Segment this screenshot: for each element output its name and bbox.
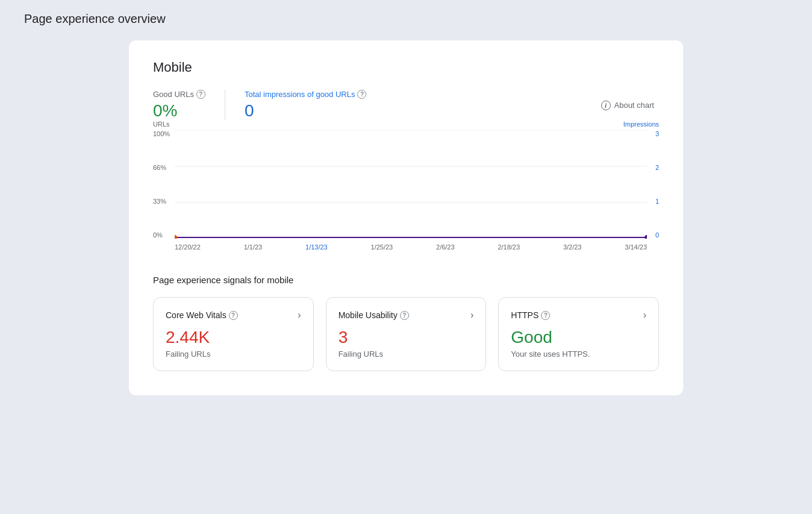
y-label-100: 100% — [153, 130, 170, 137]
core-web-vitals-title: Core Web Vitals ? — [166, 310, 238, 320]
total-impressions-help-icon[interactable]: ? — [357, 90, 366, 99]
https-chevron: › — [643, 310, 646, 321]
mobile-usability-chevron: › — [470, 310, 473, 321]
about-chart-button[interactable]: i About chart — [596, 98, 660, 113]
https-card[interactable]: HTTPS ? › Good Your site uses HTTPS. — [498, 297, 659, 371]
x-label-4: 2/6/23 — [436, 243, 455, 251]
x-label-0: 12/20/22 — [175, 243, 201, 251]
core-web-vitals-chevron: › — [298, 310, 301, 321]
y-label-r0: 0 — [655, 231, 659, 239]
chart-right-axis-label: Impressions — [623, 121, 659, 128]
mobile-usability-help-icon[interactable]: ? — [400, 311, 409, 320]
y-label-66: 66% — [153, 164, 170, 171]
main-card: Mobile Good URLs ? 0% Total impressions … — [129, 40, 683, 395]
good-urls-help-icon[interactable]: ? — [196, 90, 205, 99]
x-label-3: 1/25/23 — [371, 243, 393, 251]
y-label-33: 33% — [153, 198, 170, 205]
x-label-6: 3/2/23 — [563, 243, 582, 251]
https-title: HTTPS ? — [511, 310, 550, 320]
signals-section: Page experience signals for mobile Core … — [153, 275, 659, 371]
mobile-usability-sub: Failing URLs — [339, 349, 474, 359]
core-web-vitals-card[interactable]: Core Web Vitals ? › 2.44K Failing URLs — [153, 297, 314, 371]
x-label-5: 2/18/23 — [498, 243, 520, 251]
x-label-2: 1/13/23 — [305, 243, 328, 251]
y-label-r1: 1 — [655, 198, 659, 205]
good-urls-value: 0% — [153, 101, 205, 121]
page-title: Page experience overview — [18, 12, 794, 26]
about-chart-label: About chart — [614, 101, 655, 110]
y-label-r3: 3 — [655, 130, 659, 137]
x-label-1: 1/1/23 — [244, 243, 263, 251]
mobile-usability-title: Mobile Usability ? — [339, 310, 409, 320]
signals-title: Page experience signals for mobile — [153, 275, 659, 285]
core-web-vitals-value: 2.44K — [166, 328, 301, 347]
core-web-vitals-sub: Failing URLs — [166, 349, 301, 359]
total-impressions-metric: Total impressions of good URLs ? 0 — [225, 90, 386, 121]
chart-left-axis-label: URLs — [153, 121, 170, 128]
https-sub: Your site uses HTTPS. — [511, 349, 646, 359]
total-impressions-label: Total impressions of good URLs — [245, 90, 355, 99]
mobile-usability-value: 3 — [339, 328, 474, 347]
core-web-vitals-help-icon[interactable]: ? — [229, 311, 238, 320]
svg-point-5 — [175, 235, 177, 239]
svg-point-6 — [645, 235, 647, 239]
chart-svg — [175, 130, 647, 239]
info-icon: i — [601, 101, 611, 110]
mobile-usability-card[interactable]: Mobile Usability ? › 3 Failing URLs — [326, 297, 487, 371]
section-title: Mobile — [153, 60, 659, 75]
total-impressions-value: 0 — [245, 101, 367, 121]
good-urls-label: Good URLs — [153, 90, 194, 99]
y-label-r2: 2 — [655, 164, 659, 171]
https-value: Good — [511, 328, 646, 347]
x-label-7: 3/14/23 — [625, 243, 647, 251]
chart-area: URLs Impressions 100% 66% 33% 0% 3 2 1 0 — [153, 121, 659, 251]
good-urls-metric: Good URLs ? 0% — [153, 90, 225, 121]
y-label-0: 0% — [153, 231, 170, 239]
signals-cards: Core Web Vitals ? › 2.44K Failing URLs M… — [153, 297, 659, 371]
https-help-icon[interactable]: ? — [541, 311, 550, 320]
